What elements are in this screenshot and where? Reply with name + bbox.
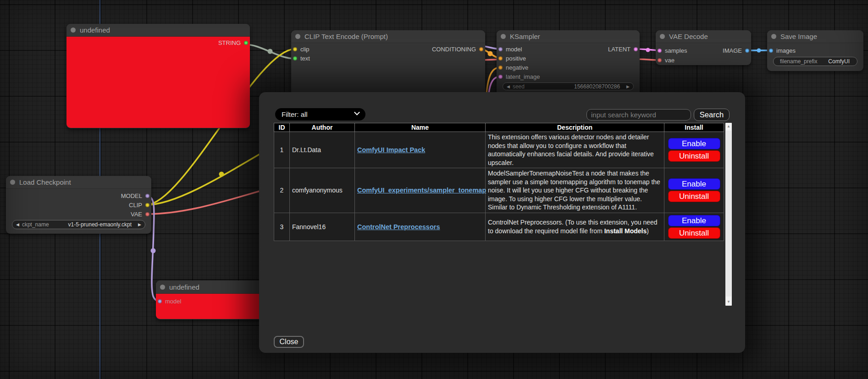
input-slot-latent-image[interactable] [498,75,503,79]
search-button[interactable]: Search [694,109,730,121]
output-slot-model[interactable] [145,194,149,198]
scroll-down-icon[interactable]: ▼ [725,299,732,305]
increment-arrow[interactable]: ▶ [626,84,633,89]
output-slot-clip[interactable] [145,203,149,207]
decrement-arrow[interactable]: ◀ [12,222,19,227]
output-slot-string[interactable] [244,41,248,45]
node-undefined-bottom[interactable]: undefined model [156,280,266,319]
input-slot-vae[interactable] [658,58,662,62]
enable-button[interactable]: Enable [668,138,720,149]
node-title: undefined [80,26,110,34]
search-input[interactable] [586,109,691,121]
collapse-dot[interactable] [160,285,165,290]
cell-name: ControlNet Preprocessors [355,213,486,241]
node-save-image[interactable]: Save Image images filename_prefix ComfyU… [767,30,863,71]
cell-description: This extension offers various detector n… [486,132,664,168]
install-custom-nodes-dialog: Filter: all Search ID Author Name Descri… [259,92,745,353]
decrement-arrow[interactable]: ◀ [503,84,510,89]
output-slot-vae[interactable] [145,212,149,216]
collapse-dot[interactable] [71,27,76,33]
node-load-checkpoint[interactable]: Load Checkpoint MODEL CLIP VAE ◀ ckpt_na… [6,176,151,234]
input-slot-samples[interactable] [658,49,662,53]
cell-id: 3 [274,213,290,241]
cell-author: Dr.Lt.Data [290,132,355,168]
input-slot-model[interactable] [498,47,503,51]
collapse-dot[interactable] [660,34,665,39]
table-scrollbar[interactable]: ▲ ▼ [725,123,732,306]
scrollbar-thumb[interactable] [726,131,731,297]
chevron-down-icon [354,110,360,115]
table-header-row: ID Author Name Description Install [274,123,724,132]
node-undefined-top[interactable]: undefined STRING [66,24,250,128]
seed-widget[interactable]: ◀ seed 156680208700286 ▶ [503,82,634,90]
scroll-up-icon[interactable]: ▲ [725,123,732,130]
collapse-dot[interactable] [771,34,776,39]
table-row: 2comfyanonymousComfyUI_experiments/sampl… [274,168,724,213]
node-title: CLIP Text Encode (Prompt) [304,33,388,40]
close-button[interactable]: Close [274,336,304,348]
table-scroll-area: ID Author Name Description Install 1Dr.L… [274,123,732,306]
table-row: 1Dr.Lt.DataComfyUI Impact PackThis exten… [274,132,724,168]
collapse-dot[interactable] [295,34,300,39]
input-slot-images[interactable] [769,49,773,53]
cell-description: ControlNet Preprocessors. (To use this e… [486,213,664,241]
input-slot-text[interactable] [293,56,297,60]
uninstall-button[interactable]: Uninstall [668,150,720,162]
node-title: Load Checkpoint [19,178,71,186]
input-slot-model[interactable] [158,299,162,303]
enable-button[interactable]: Enable [668,215,720,226]
collapse-dot[interactable] [501,34,506,39]
ckpt-name-widget[interactable]: ◀ ckpt_name v1-5-pruned-emaonly.ckpt ▶ [12,220,145,229]
node-title: KSampler [510,33,540,40]
extensions-table: ID Author Name Description Install 1Dr.L… [274,123,724,241]
extension-link[interactable]: ControlNet Preprocessors [357,223,440,231]
node-title: Save Image [780,33,817,40]
extension-link[interactable]: ComfyUI_experiments/sampler_tonemap [357,187,486,194]
table-row: 3Fannovel16ControlNet PreprocessorsContr… [274,213,724,241]
node-title: undefined [169,283,199,291]
node-vae-decode[interactable]: VAE Decode samples IMAGE vae [656,30,751,65]
cell-install: EnableUninstall [664,168,724,213]
output-slot-conditioning[interactable] [479,47,483,51]
output-slot-latent[interactable] [634,47,638,51]
cell-description: ModelSamplerTonemapNoiseTest a node that… [486,168,664,213]
input-slot-positive[interactable] [498,56,503,60]
cell-id: 2 [274,168,290,213]
filename-prefix-widget[interactable]: filename_prefix ComfyUI [773,57,857,66]
output-label: STRING [215,39,244,46]
cell-author: Fannovel16 [290,213,355,241]
enable-button[interactable]: Enable [668,178,720,190]
increment-arrow[interactable]: ▶ [138,222,145,227]
filter-select[interactable]: Filter: all [275,108,365,121]
node-title: VAE Decode [669,33,708,40]
uninstall-button[interactable]: Uninstall [668,227,720,239]
collapse-dot[interactable] [10,180,15,185]
cell-author: comfyanonymous [290,168,355,213]
input-slot-negative[interactable] [498,66,503,70]
output-slot-image[interactable] [745,49,749,53]
cell-install: EnableUninstall [664,132,724,168]
extension-link[interactable]: ComfyUI Impact Pack [357,146,425,154]
input-slot-clip[interactable] [293,47,297,51]
uninstall-button[interactable]: Uninstall [668,191,720,202]
cell-install: EnableUninstall [664,213,724,241]
cell-name: ComfyUI Impact Pack [355,132,486,168]
cell-id: 1 [274,132,290,168]
cell-name: ComfyUI_experiments/sampler_tonemap [355,168,486,213]
